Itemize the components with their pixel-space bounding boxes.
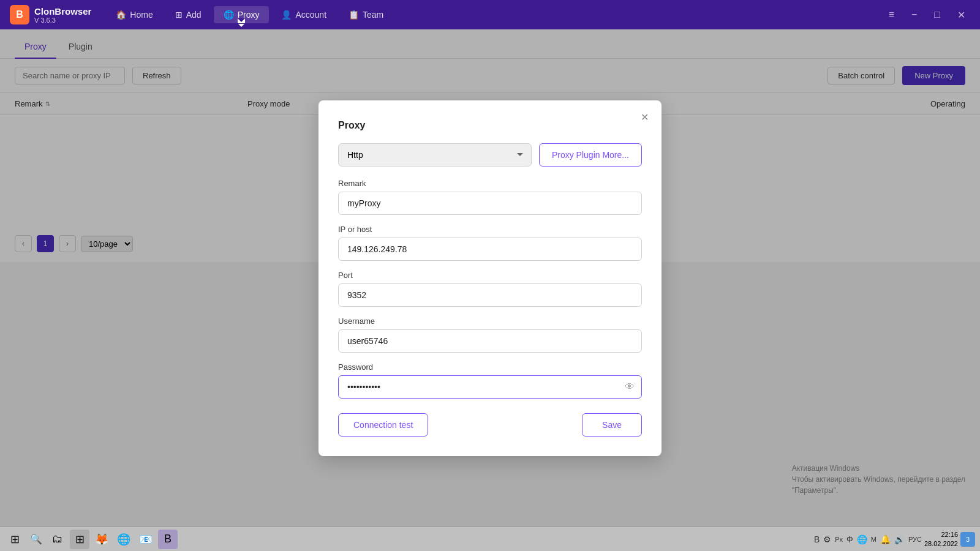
modal-title: Proxy bbox=[338, 120, 642, 131]
taskbar-app-clonbrowser[interactable]: B bbox=[158, 530, 178, 549]
taskbar-lang[interactable]: РУС bbox=[908, 536, 922, 543]
nav-item-account[interactable]: 👤 Account bbox=[271, 6, 336, 23]
systray-icon-5[interactable]: M bbox=[871, 536, 876, 543]
taskbar-app-store[interactable]: ⊞ bbox=[70, 530, 89, 549]
username-input[interactable] bbox=[338, 329, 642, 353]
main-area: Proxy Plugin Refresh Batch control New P… bbox=[0, 29, 980, 527]
nav-item-team[interactable]: 📋 Team bbox=[339, 6, 393, 23]
app-logo[interactable]: B ClonBrowser V 3.6.3 bbox=[10, 5, 91, 24]
taskbar-app-mail[interactable]: 📧 bbox=[136, 530, 156, 549]
port-input[interactable] bbox=[338, 283, 642, 307]
password-input[interactable] bbox=[338, 375, 642, 399]
systray-icon-bell[interactable]: 🔔 bbox=[880, 534, 891, 544]
proxy-modal: ✕ Proxy Http Https Socks4 Socks5 Proxy P… bbox=[318, 100, 662, 456]
titlebar: B ClonBrowser V 3.6.3 🏠 Home ⊞ Add 🌐 Pro… bbox=[0, 0, 980, 29]
window-controls: ≡ − □ ✕ bbox=[884, 7, 970, 23]
remark-group: Remark bbox=[338, 179, 642, 215]
password-wrapper: 👁 bbox=[338, 375, 642, 399]
port-group: Port bbox=[338, 271, 642, 307]
password-group: Password 👁 bbox=[338, 362, 642, 399]
start-button[interactable]: ⊞ bbox=[5, 530, 24, 549]
app-logo-text: ClonBrowser V 3.6.3 bbox=[34, 6, 91, 24]
remark-input[interactable] bbox=[338, 192, 642, 215]
systray-icon-1[interactable]: B bbox=[814, 534, 820, 544]
taskbar-search-icon: 🔍 bbox=[30, 533, 42, 545]
modal-actions: Connection test Save bbox=[338, 413, 642, 437]
systray: B ⚙ Рх Ф 🌐 M 🔔 🔊 РУС bbox=[814, 534, 922, 544]
notification-button[interactable]: 3 bbox=[960, 532, 975, 547]
nav-item-home[interactable]: 🏠 Home bbox=[106, 6, 162, 23]
nav-items: 🏠 Home ⊞ Add 🌐 Proxy 👤 Account 📋 Team bbox=[106, 6, 883, 23]
nav-item-add[interactable]: ⊞ Add bbox=[165, 6, 211, 23]
proxy-type-select[interactable]: Http Https Socks4 Socks5 bbox=[338, 143, 532, 167]
menu-button[interactable]: ≡ bbox=[884, 7, 899, 23]
proxy-type-row: Http Https Socks4 Socks5 Proxy Plugin Mo… bbox=[338, 143, 642, 167]
remark-label: Remark bbox=[338, 179, 642, 188]
username-group: Username bbox=[338, 317, 642, 353]
minimize-button[interactable]: − bbox=[907, 7, 922, 23]
ip-host-group: IP or host bbox=[338, 225, 642, 261]
proxy-plugin-button[interactable]: Proxy Plugin More... bbox=[539, 143, 642, 167]
systray-icon-wifi[interactable]: 🌐 bbox=[857, 534, 867, 544]
save-button[interactable]: Save bbox=[582, 413, 642, 437]
taskbar-app-firefox[interactable]: 🦊 bbox=[92, 530, 111, 549]
team-icon: 📋 bbox=[349, 10, 359, 20]
ip-host-input[interactable] bbox=[338, 238, 642, 261]
account-icon: 👤 bbox=[281, 10, 292, 20]
modal-overlay: ✕ Proxy Http Https Socks4 Socks5 Proxy P… bbox=[0, 29, 980, 527]
systray-icon-volume[interactable]: 🔊 bbox=[894, 534, 905, 544]
start-icon: ⊞ bbox=[10, 533, 20, 546]
maximize-button[interactable]: □ bbox=[929, 7, 945, 23]
taskbar-search-button[interactable]: 🔍 bbox=[27, 530, 45, 549]
modal-close-button[interactable]: ✕ bbox=[637, 110, 652, 125]
close-button[interactable]: ✕ bbox=[952, 7, 970, 23]
password-label: Password bbox=[338, 362, 642, 372]
username-label: Username bbox=[338, 317, 642, 326]
systray-icon-3[interactable]: Рх bbox=[835, 536, 843, 543]
taskbar-clock[interactable]: 22:16 28.02.2022 bbox=[924, 530, 958, 548]
taskbar: ⊞ 🔍 🗂 ⊞ 🦊 🌐 📧 B B ⚙ Рх Ф 🌐 M 🔔 🔊 РУС 22:… bbox=[0, 527, 980, 551]
taskbar-app-browser[interactable]: 🌐 bbox=[114, 530, 134, 549]
ip-host-label: IP or host bbox=[338, 225, 642, 234]
taskbar-app-files[interactable]: 🗂 bbox=[48, 530, 67, 549]
nav-item-proxy[interactable]: 🌐 Proxy bbox=[214, 6, 270, 23]
nav-indicator bbox=[238, 24, 244, 27]
add-icon: ⊞ bbox=[175, 10, 183, 20]
connection-test-button[interactable]: Connection test bbox=[338, 413, 428, 437]
port-label: Port bbox=[338, 271, 642, 280]
home-icon: 🏠 bbox=[116, 10, 126, 20]
systray-icon-4[interactable]: Ф bbox=[846, 534, 853, 544]
proxy-nav-icon: 🌐 bbox=[224, 10, 234, 20]
app-logo-icon: B bbox=[10, 5, 29, 24]
systray-icon-2[interactable]: ⚙ bbox=[823, 534, 831, 544]
password-eye-icon[interactable]: 👁 bbox=[625, 381, 635, 392]
